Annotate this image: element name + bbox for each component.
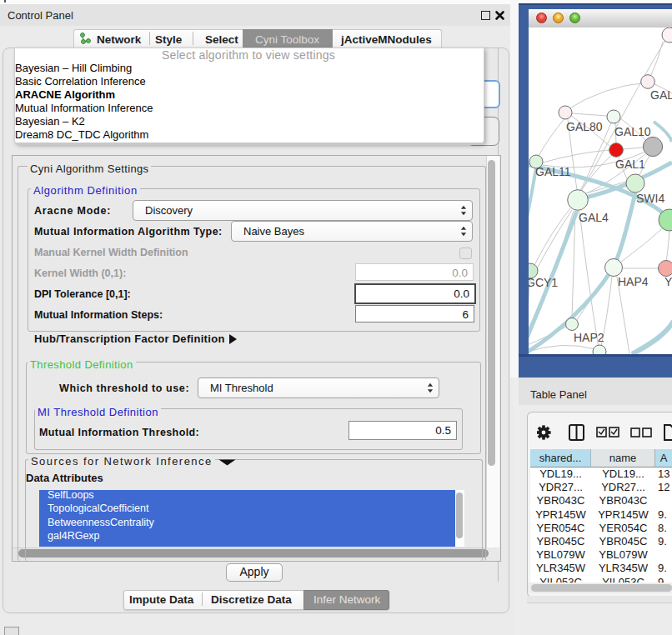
svg-text:GAL10: GAL10 — [614, 125, 651, 138]
svg-text:GAL: GAL — [650, 88, 672, 102]
svg-text:GAL80: GAL80 — [566, 120, 603, 133]
svg-text:GCY1: GCY1 — [529, 276, 558, 289]
svg-text:GAL11: GAL11 — [535, 165, 571, 178]
svg-text:SWI4: SWI4 — [636, 192, 664, 205]
svg-text:GAL4: GAL4 — [579, 211, 609, 224]
svg-text:HAP2: HAP2 — [574, 331, 604, 344]
svg-text:GAL1: GAL1 — [615, 158, 645, 171]
svg-text:HAP4: HAP4 — [618, 275, 649, 288]
svg-text:Y: Y — [664, 275, 672, 288]
